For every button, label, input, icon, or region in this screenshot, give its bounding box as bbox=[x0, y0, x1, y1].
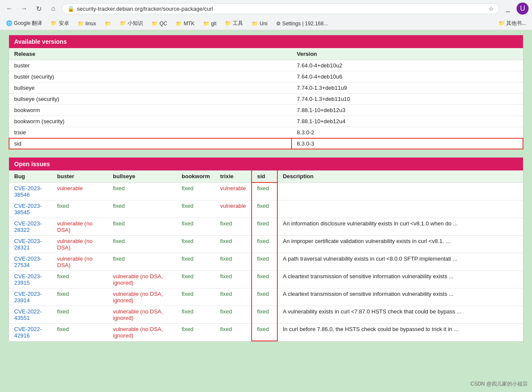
issues-cell-bullseye: fixed bbox=[108, 200, 176, 218]
issues-cell-bug[interactable]: CVE-2022-43551 bbox=[9, 306, 52, 323]
versions-cell-version: 7.88.1-10+deb12u3 bbox=[292, 105, 523, 116]
bookmark-tools[interactable]: 📁 工具 bbox=[222, 19, 246, 28]
issues-cell-buster: vulnerable (no DSA) bbox=[52, 235, 108, 253]
versions-cell-release: sid bbox=[9, 138, 292, 149]
versions-row: bullseye7.74.0-1.3+deb11u9 bbox=[9, 82, 523, 94]
issues-cell-bullseye: fixed bbox=[108, 218, 176, 235]
issues-cell-bookworm: fixed bbox=[176, 235, 215, 253]
issues-cell-bug[interactable]: CVE-2023-28322 bbox=[9, 218, 52, 235]
issues-cell-bullseye: fixed bbox=[108, 253, 176, 270]
issues-cell-buster: fixed bbox=[52, 288, 108, 306]
issues-cell-bug[interactable]: CVE-2023-27534 bbox=[9, 253, 52, 270]
address-bar[interactable]: 🔒 security-tracker.debian.org/tracker/so… bbox=[62, 3, 499, 14]
versions-table: Release Version buster7.64.0-4+deb10u2bu… bbox=[9, 48, 523, 149]
bookmark-mtk[interactable]: 📁 MTK bbox=[173, 20, 197, 27]
issues-cell-trixie: fixed bbox=[215, 306, 252, 323]
issues-cell-trixie: fixed bbox=[215, 323, 252, 341]
issues-cell-sid: fixed bbox=[252, 323, 277, 341]
versions-row: bullseye (security)7.74.0-1.3+deb11u10 bbox=[9, 94, 523, 105]
bookmark-unnamed[interactable]: 📁 bbox=[102, 20, 114, 27]
star-icon: ☆ bbox=[489, 6, 494, 12]
versions-cell-version: 8.3.0-2 bbox=[292, 127, 523, 138]
versions-cell-release: buster bbox=[9, 60, 292, 71]
nav-bar: ← → ↻ ⌂ 🔒 security-tracker.debian.org/tr… bbox=[0, 0, 532, 17]
issues-cell-bug[interactable]: CVE-2022-42916 bbox=[9, 323, 52, 341]
issues-cell-description bbox=[277, 200, 523, 218]
issues-cell-description: In curl before 7.86.0, the HSTS check co… bbox=[277, 323, 523, 341]
issues-cell-bookworm: fixed bbox=[176, 270, 215, 288]
back-button[interactable]: ← bbox=[3, 3, 15, 15]
bookmark-settings[interactable]: ⚙ Settings | 192.168... bbox=[274, 20, 331, 27]
home-button[interactable]: ⌂ bbox=[47, 3, 59, 15]
reload-button[interactable]: ↻ bbox=[33, 3, 45, 15]
col-header-description: Description bbox=[277, 170, 523, 182]
versions-cell-release: bullseye (security) bbox=[9, 94, 292, 105]
address-text: security-tracker.debian.org/tracker/sour… bbox=[77, 6, 486, 12]
versions-cell-version: 8.3.0-3 bbox=[292, 138, 523, 149]
issues-cell-buster: fixed bbox=[52, 270, 108, 288]
issues-cell-bookworm: fixed bbox=[176, 182, 215, 200]
versions-cell-version: 7.74.0-1.3+deb11u9 bbox=[292, 82, 523, 94]
issues-cell-description bbox=[277, 182, 523, 200]
issues-cell-bullseye: vulnerable (no DSA, ignored) bbox=[108, 306, 176, 323]
available-versions-header: Available versions bbox=[9, 35, 523, 48]
bookmark-google-translate[interactable]: 🌐 Google 翻译 bbox=[3, 19, 45, 28]
issues-cell-bookworm: fixed bbox=[176, 288, 215, 306]
issues-cell-bullseye: vulnerable (no DSA, ignored) bbox=[108, 288, 176, 306]
bookmark-qc[interactable]: 📁 QC bbox=[149, 20, 170, 27]
bookmark-android[interactable]: 📁 安卓 bbox=[48, 19, 71, 28]
issues-cell-sid: fixed bbox=[252, 253, 277, 270]
issues-cell-trixie: fixed bbox=[215, 218, 252, 235]
issues-cell-description: A vulnerability exists in curl <7.87.0 H… bbox=[277, 306, 523, 323]
issues-cell-bullseye: fixed bbox=[108, 182, 176, 200]
issues-cell-sid: fixed bbox=[252, 218, 277, 235]
open-issues-section: Open issues Bug buster bullseye bookworm… bbox=[9, 157, 523, 342]
versions-row: bookworm7.88.1-10+deb12u3 bbox=[9, 105, 523, 116]
issues-cell-bug[interactable]: CVE-2023-23915 bbox=[9, 270, 52, 288]
issues-cell-description: An information disclosure vulnerability … bbox=[277, 218, 523, 235]
bookmark-git[interactable]: 📁 git bbox=[201, 20, 219, 27]
issues-cell-bookworm: fixed bbox=[176, 218, 215, 235]
bookmark-others[interactable]: 📁 其他书... bbox=[496, 19, 529, 28]
forward-button[interactable]: → bbox=[18, 3, 30, 15]
col-header-trixie: trixie bbox=[215, 170, 252, 182]
issues-cell-sid: fixed bbox=[252, 182, 277, 200]
issues-row: CVE-2023-23915fixedvulnerable (no DSA, i… bbox=[9, 270, 523, 288]
bookmark-linux[interactable]: 📁 linux bbox=[75, 20, 99, 27]
extensions-button[interactable]: ⎯ bbox=[502, 3, 514, 15]
issues-cell-buster: fixed bbox=[52, 200, 108, 218]
col-header-sid: sid bbox=[252, 170, 277, 182]
col-header-bullseye: bullseye bbox=[108, 170, 176, 182]
issues-row: CVE-2022-43551fixedvulnerable (no DSA, i… bbox=[9, 306, 523, 323]
issues-cell-description: A cleartext transmission of sensitive in… bbox=[277, 288, 523, 306]
issues-cell-sid: fixed bbox=[252, 235, 277, 253]
bookmarks-bar: 🌐 Google 翻译 📁 安卓 📁 linux 📁 📁 小知识 📁 QC 📁 … bbox=[0, 17, 532, 30]
bookmark-xiaozhi[interactable]: 📁 小知识 bbox=[117, 19, 146, 28]
issues-cell-sid: fixed bbox=[252, 288, 277, 306]
issues-cell-trixie: fixed bbox=[215, 288, 252, 306]
versions-row: buster (security)7.64.0-4+deb10u6 bbox=[9, 71, 523, 82]
issues-cell-sid: fixed bbox=[252, 270, 277, 288]
issues-cell-bookworm: fixed bbox=[176, 323, 215, 341]
versions-row: bookworm (security)7.88.1-10+deb12u4 bbox=[9, 116, 523, 127]
issues-row: CVE-2023-23914fixedvulnerable (no DSA, i… bbox=[9, 288, 523, 306]
issues-cell-buster: vulnerable (no DSA) bbox=[52, 253, 108, 270]
issues-cell-bug[interactable]: CVE-2023-38545 bbox=[9, 200, 52, 218]
bookmark-uni[interactable]: 📁 Uni bbox=[249, 20, 270, 27]
lock-icon: 🔒 bbox=[67, 6, 74, 12]
profile-button[interactable]: U bbox=[517, 3, 529, 15]
issues-cell-trixie: vulnerable bbox=[215, 200, 252, 218]
versions-row: buster7.64.0-4+deb10u2 bbox=[9, 60, 523, 71]
issues-cell-description: A path traversal vulnerability exists in… bbox=[277, 253, 523, 270]
versions-cell-release: bookworm (security) bbox=[9, 116, 292, 127]
col-header-release: Release bbox=[9, 48, 292, 60]
issues-cell-description: A cleartext transmission of sensitive in… bbox=[277, 270, 523, 288]
browser-chrome: ← → ↻ ⌂ 🔒 security-tracker.debian.org/tr… bbox=[0, 0, 532, 30]
issues-cell-bug[interactable]: CVE-2023-28321 bbox=[9, 235, 52, 253]
issues-cell-bookworm: fixed bbox=[176, 306, 215, 323]
issues-cell-bug[interactable]: CVE-2023-38546 bbox=[9, 182, 52, 200]
issues-cell-buster: fixed bbox=[52, 306, 108, 323]
versions-cell-version: 7.64.0-4+deb10u2 bbox=[292, 60, 523, 71]
issues-cell-bug[interactable]: CVE-2023-23914 bbox=[9, 288, 52, 306]
issues-cell-bookworm: fixed bbox=[176, 253, 215, 270]
